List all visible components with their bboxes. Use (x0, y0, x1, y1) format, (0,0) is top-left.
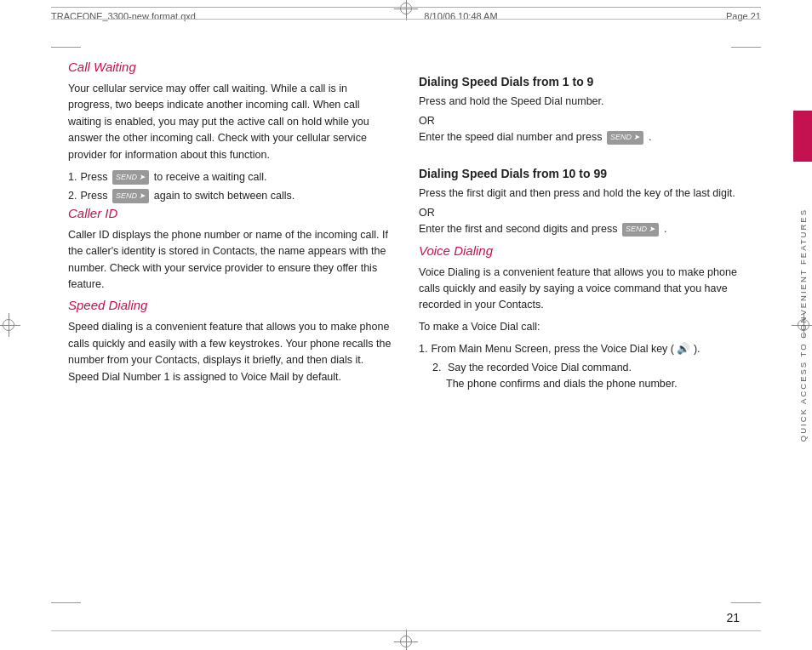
voice-dialing-intro: To make a Voice Dial call: (419, 319, 744, 335)
voice-dialing-list: 1. From Main Menu Screen, press the Voic… (419, 340, 744, 392)
body2-after: . (664, 223, 666, 235)
step-text: Say the recorded Voice Dial command. (448, 362, 632, 373)
reg-mark-left (3, 319, 14, 331)
call-waiting-title: Call Waiting (68, 60, 393, 74)
send-icon-speed2: SEND ➤ (622, 223, 660, 237)
voice-dialing-step-2: 2. Say the recorded Voice Dial command. … (419, 359, 744, 392)
body2-after: . (649, 131, 651, 143)
send-icon-2: SEND ➤ (112, 189, 150, 202)
page-number: 21 (726, 611, 740, 624)
call-waiting-list: 1. Press SEND ➤ to receive a waiting cal… (68, 168, 393, 204)
right-column: Dialing Speed Dials from 1 to 9 Press an… (419, 60, 744, 599)
step-subtext: The phone confirms and dials the phone n… (432, 376, 744, 392)
step-text: From Main Menu Screen, press the Voice D… (431, 340, 700, 357)
call-waiting-body: Your cellular service may offer call wai… (68, 81, 393, 163)
call-waiting-step-2: 2. Press SEND ➤ again to switch between … (68, 187, 393, 204)
speed-dials-1-9-body2: Enter the speed dial number and press SE… (419, 129, 744, 145)
step-text: Press SEND ➤ to receive a waiting call. (80, 168, 266, 185)
speed-dials-10-99-or: OR (419, 207, 744, 219)
section-speed-dials-1-9: Dialing Speed Dials from 1 to 9 Press an… (419, 60, 744, 151)
send-icon-speed1: SEND ➤ (607, 131, 644, 145)
step-number: 1. (68, 168, 77, 185)
speed-dials-10-99-title: Dialing Speed Dials from 10 to 99 (419, 167, 744, 180)
corner-line-br (731, 602, 761, 603)
header-datetime: 8/10/06 10:48 AM (424, 11, 497, 21)
border-bottom (51, 630, 761, 631)
sidebar-tab-wrapper: QUICK ACCESS TO CONVENIENT FEATURES (793, 111, 812, 539)
header-page: Page 21 (726, 11, 761, 21)
corner-line-tl (51, 47, 81, 48)
speed-dials-10-99-body2: Enter the first and second digits and pr… (419, 221, 744, 237)
page-container: TRACFONE_3300-new format.qxd 8/10/06 10:… (0, 0, 812, 650)
voice-dialing-step-1: 1. From Main Menu Screen, press the Voic… (419, 340, 744, 357)
sidebar-tab-text: QUICK ACCESS TO CONVENIENT FEATURES (798, 208, 808, 442)
speed-dialing-body: Speed dialing is a convenient feature th… (68, 319, 393, 385)
step-number: 1. (419, 340, 427, 357)
section-caller-id: Caller ID Caller ID displays the phone n… (68, 206, 393, 299)
reg-mark-bottom (400, 636, 412, 647)
section-speed-dialing: Speed Dialing Speed dialing is a conveni… (68, 298, 393, 391)
corner-line-bl (51, 602, 81, 603)
send-icon-1: SEND ➤ (112, 170, 150, 184)
header-filename: TRACFONE_3300-new format.qxd (51, 11, 196, 21)
speed-dials-1-9-title: Dialing Speed Dials from 1 to 9 (419, 75, 744, 88)
speed-dials-10-99-body: Press the first digit and then press and… (419, 185, 744, 202)
section-speed-dials-10-99: Dialing Speed Dials from 10 to 99 Press … (419, 151, 744, 243)
main-content: Call Waiting Your cellular service may o… (68, 60, 744, 599)
section-voice-dialing: Voice Dialing Voice Dialing is a conveni… (419, 243, 744, 395)
left-column: Call Waiting Your cellular service may o… (68, 60, 393, 599)
section-call-waiting: Call Waiting Your cellular service may o… (68, 60, 393, 206)
corner-line-tr (731, 47, 761, 48)
border-top (51, 19, 761, 20)
call-waiting-step-1: 1. Press SEND ➤ to receive a waiting cal… (68, 168, 393, 185)
step-number: 2. (68, 187, 77, 204)
step-text: Press SEND ➤ again to switch between cal… (80, 187, 294, 204)
voice-dialing-title: Voice Dialing (419, 243, 744, 258)
speed-dials-1-9-body: Press and hold the Speed Dial number. (419, 94, 744, 110)
voice-dialing-body: Voice Dialing is a convenient feature th… (419, 265, 744, 314)
body2-before: Enter the first and second digits and pr… (419, 223, 617, 235)
caller-id-title: Caller ID (68, 206, 393, 220)
step-number: 2. (432, 362, 441, 373)
speed-dials-1-9-or: OR (419, 115, 744, 127)
speed-dialing-title: Speed Dialing (68, 298, 393, 312)
caller-id-body: Caller ID displays the phone number or n… (68, 227, 393, 294)
body2-before: Enter the speed dial number and press (419, 131, 602, 143)
